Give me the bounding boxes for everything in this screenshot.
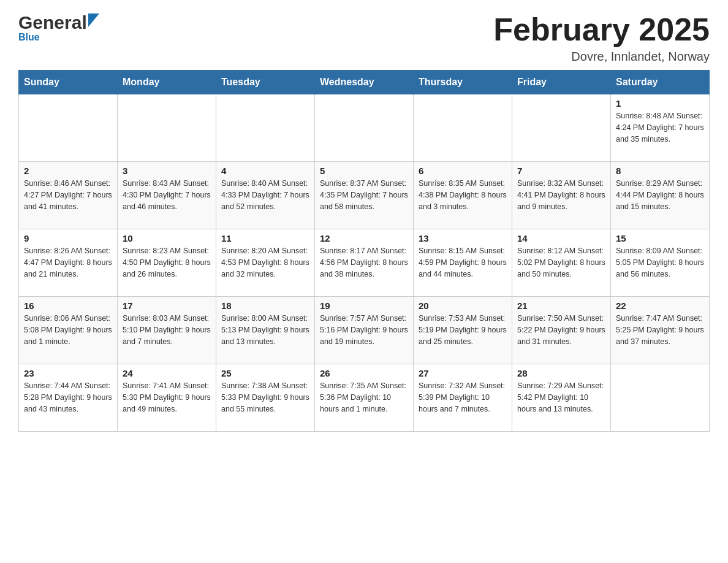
logo-arrow-icon [88, 13, 99, 29]
table-row: 1Sunrise: 8:48 AM Sunset: 4:24 PM Daylig… [611, 94, 710, 162]
day-info: Sunrise: 8:48 AM Sunset: 4:24 PM Dayligh… [616, 110, 704, 145]
day-number: 12 [320, 233, 408, 243]
day-info: Sunrise: 7:32 AM Sunset: 5:39 PM Dayligh… [419, 380, 507, 415]
day-number: 28 [517, 368, 605, 378]
table-row: 15Sunrise: 8:09 AM Sunset: 5:05 PM Dayli… [611, 229, 710, 297]
day-number: 20 [419, 301, 507, 311]
day-number: 10 [123, 233, 211, 243]
table-row: 14Sunrise: 8:12 AM Sunset: 5:02 PM Dayli… [512, 229, 611, 297]
table-row: 20Sunrise: 7:53 AM Sunset: 5:19 PM Dayli… [414, 297, 512, 364]
header-sunday: Sunday [19, 71, 118, 94]
day-info: Sunrise: 8:15 AM Sunset: 4:59 PM Dayligh… [419, 245, 507, 280]
table-row: 22Sunrise: 7:47 AM Sunset: 5:25 PM Dayli… [611, 297, 710, 364]
day-number: 19 [320, 301, 408, 311]
day-number: 23 [24, 368, 112, 378]
day-number: 5 [320, 166, 408, 176]
day-info: Sunrise: 8:43 AM Sunset: 4:30 PM Dayligh… [123, 178, 211, 212]
table-row: 6Sunrise: 8:35 AM Sunset: 4:38 PM Daylig… [414, 162, 512, 229]
day-number: 6 [419, 166, 507, 176]
day-number: 22 [616, 301, 704, 311]
header-tuesday: Tuesday [216, 71, 315, 94]
day-info: Sunrise: 8:23 AM Sunset: 4:50 PM Dayligh… [123, 245, 211, 280]
day-number: 11 [221, 233, 309, 243]
header-saturday: Saturday [611, 71, 710, 94]
day-info: Sunrise: 7:44 AM Sunset: 5:28 PM Dayligh… [24, 380, 112, 415]
table-row [118, 94, 216, 162]
table-row: 28Sunrise: 7:29 AM Sunset: 5:42 PM Dayli… [512, 364, 611, 432]
day-info: Sunrise: 7:57 AM Sunset: 5:16 PM Dayligh… [320, 313, 408, 347]
day-number: 7 [517, 166, 605, 176]
calendar-week-row: 23Sunrise: 7:44 AM Sunset: 5:28 PM Dayli… [19, 364, 710, 432]
location-text: Dovre, Innlandet, Norway [493, 50, 710, 64]
table-row: 4Sunrise: 8:40 AM Sunset: 4:33 PM Daylig… [216, 162, 315, 229]
day-info: Sunrise: 7:38 AM Sunset: 5:33 PM Dayligh… [221, 380, 309, 415]
day-number: 15 [616, 233, 704, 243]
table-row: 2Sunrise: 8:46 AM Sunset: 4:27 PM Daylig… [19, 162, 118, 229]
day-info: Sunrise: 7:29 AM Sunset: 5:42 PM Dayligh… [517, 380, 605, 415]
day-info: Sunrise: 7:47 AM Sunset: 5:25 PM Dayligh… [616, 313, 704, 347]
day-info: Sunrise: 7:53 AM Sunset: 5:19 PM Dayligh… [419, 313, 507, 347]
calendar-table: Sunday Monday Tuesday Wednesday Thursday… [18, 70, 710, 432]
header-friday: Friday [512, 71, 611, 94]
table-row: 7Sunrise: 8:32 AM Sunset: 4:41 PM Daylig… [512, 162, 611, 229]
calendar-week-row: 16Sunrise: 8:06 AM Sunset: 5:08 PM Dayli… [19, 297, 710, 364]
table-row: 13Sunrise: 8:15 AM Sunset: 4:59 PM Dayli… [414, 229, 512, 297]
weekday-header-row: Sunday Monday Tuesday Wednesday Thursday… [19, 71, 710, 94]
day-number: 16 [24, 301, 112, 311]
day-info: Sunrise: 8:00 AM Sunset: 5:13 PM Dayligh… [221, 313, 309, 347]
table-row [315, 94, 414, 162]
calendar-week-row: 2Sunrise: 8:46 AM Sunset: 4:27 PM Daylig… [19, 162, 710, 229]
table-row: 10Sunrise: 8:23 AM Sunset: 4:50 PM Dayli… [118, 229, 216, 297]
table-row: 18Sunrise: 8:00 AM Sunset: 5:13 PM Dayli… [216, 297, 315, 364]
day-number: 4 [221, 166, 309, 176]
table-row: 5Sunrise: 8:37 AM Sunset: 4:35 PM Daylig… [315, 162, 414, 229]
day-info: Sunrise: 7:50 AM Sunset: 5:22 PM Dayligh… [517, 313, 605, 347]
table-row: 27Sunrise: 7:32 AM Sunset: 5:39 PM Dayli… [414, 364, 512, 432]
day-info: Sunrise: 8:40 AM Sunset: 4:33 PM Dayligh… [221, 178, 309, 212]
table-row [19, 94, 118, 162]
day-number: 2 [24, 166, 112, 176]
table-row: 16Sunrise: 8:06 AM Sunset: 5:08 PM Dayli… [19, 297, 118, 364]
day-info: Sunrise: 8:37 AM Sunset: 4:35 PM Dayligh… [320, 178, 408, 212]
day-info: Sunrise: 8:17 AM Sunset: 4:56 PM Dayligh… [320, 245, 408, 280]
day-number: 26 [320, 368, 408, 378]
table-row [611, 364, 710, 432]
table-row [512, 94, 611, 162]
day-info: Sunrise: 8:12 AM Sunset: 5:02 PM Dayligh… [517, 245, 605, 280]
day-number: 13 [419, 233, 507, 243]
table-row: 17Sunrise: 8:03 AM Sunset: 5:10 PM Dayli… [118, 297, 216, 364]
table-row: 23Sunrise: 7:44 AM Sunset: 5:28 PM Dayli… [19, 364, 118, 432]
table-row: 19Sunrise: 7:57 AM Sunset: 5:16 PM Dayli… [315, 297, 414, 364]
table-row: 11Sunrise: 8:20 AM Sunset: 4:53 PM Dayli… [216, 229, 315, 297]
calendar-week-row: 1Sunrise: 8:48 AM Sunset: 4:24 PM Daylig… [19, 94, 710, 162]
logo-general-text: General [18, 12, 87, 33]
svg-marker-0 [88, 13, 99, 27]
header-wednesday: Wednesday [315, 71, 414, 94]
day-info: Sunrise: 8:03 AM Sunset: 5:10 PM Dayligh… [123, 313, 211, 347]
title-section: February 2025 Dovre, Innlandet, Norway [493, 12, 710, 64]
table-row: 25Sunrise: 7:38 AM Sunset: 5:33 PM Dayli… [216, 364, 315, 432]
day-info: Sunrise: 7:35 AM Sunset: 5:36 PM Dayligh… [320, 380, 408, 415]
logo: General Blue [18, 12, 99, 43]
table-row: 8Sunrise: 8:29 AM Sunset: 4:44 PM Daylig… [611, 162, 710, 229]
day-info: Sunrise: 8:20 AM Sunset: 4:53 PM Dayligh… [221, 245, 309, 280]
table-row [414, 94, 512, 162]
day-info: Sunrise: 8:26 AM Sunset: 4:47 PM Dayligh… [24, 245, 112, 280]
calendar-week-row: 9Sunrise: 8:26 AM Sunset: 4:47 PM Daylig… [19, 229, 710, 297]
day-number: 25 [221, 368, 309, 378]
day-number: 21 [517, 301, 605, 311]
day-number: 3 [123, 166, 211, 176]
header-monday: Monday [118, 71, 216, 94]
table-row: 12Sunrise: 8:17 AM Sunset: 4:56 PM Dayli… [315, 229, 414, 297]
day-number: 24 [123, 368, 211, 378]
day-info: Sunrise: 8:29 AM Sunset: 4:44 PM Dayligh… [616, 178, 704, 212]
day-number: 9 [24, 233, 112, 243]
day-number: 18 [221, 301, 309, 311]
table-row: 3Sunrise: 8:43 AM Sunset: 4:30 PM Daylig… [118, 162, 216, 229]
day-info: Sunrise: 7:41 AM Sunset: 5:30 PM Dayligh… [123, 380, 211, 415]
day-number: 8 [616, 166, 704, 176]
logo-blue-text: Blue [18, 32, 40, 43]
day-info: Sunrise: 8:46 AM Sunset: 4:27 PM Dayligh… [24, 178, 112, 212]
day-number: 1 [616, 98, 704, 109]
month-title: February 2025 [493, 12, 710, 47]
